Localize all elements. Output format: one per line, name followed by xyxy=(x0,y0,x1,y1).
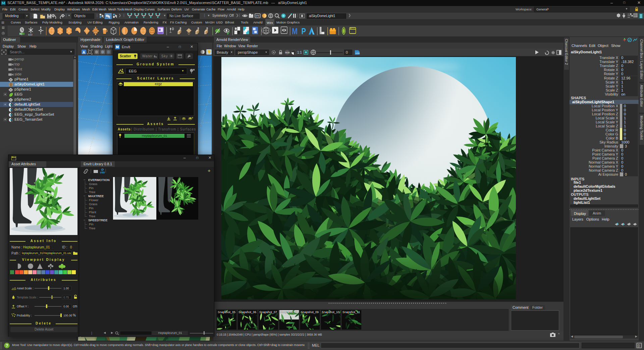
svg-text:1:1: 1:1 xyxy=(297,51,302,54)
svg-text:{}: {} xyxy=(638,344,640,347)
svg-text:P: P xyxy=(301,26,306,36)
svg-text:0.0.0: 0.0.0 xyxy=(28,33,33,36)
svg-text:key: key xyxy=(19,33,22,35)
svg-text:USD: USD xyxy=(100,171,105,174)
svg-text:IPR: IPR xyxy=(256,15,260,17)
svg-text:M: M xyxy=(292,26,298,36)
svg-text:RGB: RGB xyxy=(285,52,290,54)
svg-text:LOG: LOG xyxy=(356,52,360,54)
svg-text:A: A xyxy=(83,50,85,54)
svg-text:?: ? xyxy=(6,343,8,348)
